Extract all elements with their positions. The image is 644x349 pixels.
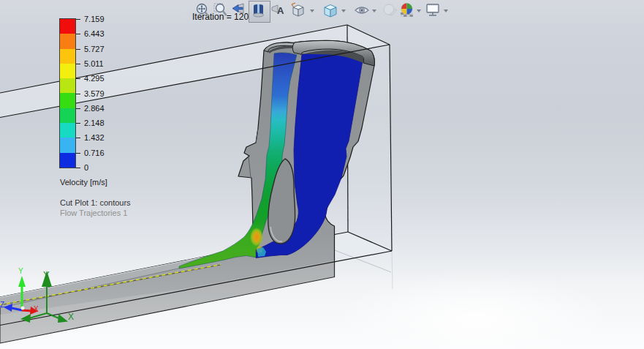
- view-orientation-dropdown[interactable]: [310, 10, 314, 12]
- zoom-to-area-button[interactable]: [213, 1, 230, 20]
- hide-show-items-button[interactable]: [354, 1, 371, 20]
- legend-segment: [60, 78, 75, 93]
- legend-segment: [60, 153, 75, 168]
- legend-segment: [60, 93, 75, 108]
- legend-tick-label: 2.148: [84, 119, 105, 127]
- legend-tick-label: 7.159: [84, 15, 105, 23]
- display-style-button[interactable]: [322, 1, 339, 20]
- hide-show-items-dropdown[interactable]: [372, 10, 376, 12]
- small-triad-x-label: X: [34, 305, 39, 313]
- legend-title: Velocity [m/s]: [60, 178, 107, 187]
- legend-tick: [76, 78, 80, 79]
- view-orientation-button[interactable]: [289, 1, 307, 20]
- view-settings-button[interactable]: [425, 1, 442, 20]
- edit-appearance-button[interactable]: [382, 1, 399, 20]
- legend-tick: [76, 123, 80, 124]
- legend-tick: [76, 64, 80, 64]
- legend-segment: [60, 138, 75, 152]
- legend-tick-label: 5.011: [84, 60, 104, 68]
- zoom-to-fit-button[interactable]: [194, 1, 212, 20]
- legend-tick: [76, 138, 80, 138]
- legend-tick: [76, 168, 80, 168]
- dynamic-annotation-views-button[interactable]: A: [270, 1, 288, 20]
- small-triad-z-label: Z: [0, 301, 4, 309]
- large-triad-x-label: X: [68, 312, 74, 322]
- legend-tick-label: 4.295: [84, 75, 105, 83]
- legend-tick: [76, 108, 80, 109]
- display-style-dropdown[interactable]: [341, 10, 346, 12]
- cut-plot-label: Cut Plot 1: contours: [60, 198, 131, 207]
- large-triad-y-label: Y: [43, 269, 50, 280]
- legend-tick-label: 5.727: [84, 45, 105, 53]
- legend-tick-label: 0: [84, 164, 88, 172]
- legend-tick-label: 3.579: [84, 90, 105, 98]
- apply-scene-button[interactable]: [398, 1, 416, 20]
- svg-text:A: A: [277, 5, 284, 16]
- small-triad-y-label: Y: [18, 267, 23, 275]
- previous-view-button[interactable]: [231, 1, 249, 20]
- legend-segment: [60, 123, 75, 138]
- legend-tick-label: 0.716: [84, 149, 105, 157]
- legend-tick: [76, 19, 80, 20]
- legend-tick: [76, 34, 80, 34]
- legend-segment: [60, 34, 75, 48]
- legend-tick-label: 2.864: [84, 105, 105, 113]
- flow-trajectories-label: Flow Trajectories 1: [60, 209, 127, 217]
- flow-simulation-viewport: Y X Y X Z 7.1596.4435.7275.0114.2953.579…: [0, 0, 644, 349]
- legend-tick-label: 1.432: [84, 134, 105, 142]
- legend-tick: [76, 153, 80, 154]
- legend-tick-label: 6.443: [84, 30, 105, 38]
- legend-segment: [60, 64, 75, 78]
- legend-bar: [60, 19, 75, 168]
- section-view-button[interactable]: [251, 1, 268, 20]
- legend-tick: [76, 49, 80, 50]
- legend-tick: [76, 94, 80, 94]
- apply-scene-dropdown[interactable]: [417, 10, 421, 12]
- view-settings-dropdown[interactable]: [444, 10, 448, 12]
- legend-segment: [60, 108, 75, 123]
- legend-segment: [60, 19, 75, 34]
- legend-segment: [60, 49, 75, 64]
